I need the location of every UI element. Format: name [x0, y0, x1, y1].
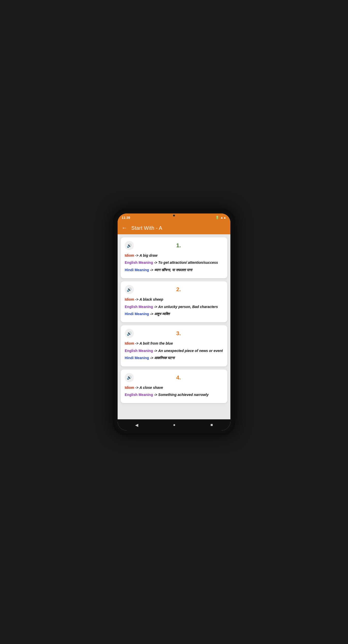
- nav-back-button[interactable]: ◀: [135, 423, 138, 427]
- status-icons: 🔋 ▲▲: [215, 216, 226, 219]
- back-button[interactable]: ←: [122, 225, 127, 231]
- idiom-value-3: A bolt from the blue: [139, 341, 173, 345]
- card-number-1: 1.: [134, 242, 223, 249]
- idiom-arrow-2: ->: [135, 297, 139, 301]
- idiom-arrow-1: ->: [135, 253, 139, 257]
- english-line-1: English Meaning -> To get attraction/ at…: [125, 260, 223, 265]
- signal-icon: ▲▲: [220, 216, 226, 219]
- english-arrow-4: ->: [154, 393, 158, 397]
- phone-frame: 11:39 🔋 ▲▲ ← Start With - A 🔊 1. Idiom -…: [113, 209, 235, 435]
- idiom-label-1: Idiom: [125, 253, 134, 257]
- sound-button-3[interactable]: 🔊: [125, 329, 134, 338]
- hindi-label-1: Hindi Meaning: [125, 268, 149, 272]
- card-number-2: 2.: [134, 286, 223, 293]
- idiom-card-4: 🔊 4. Idiom -> A close shave English Mean…: [121, 370, 227, 403]
- card-header-3: 🔊 3.: [125, 329, 223, 338]
- nav-bar: ◀ ● ■: [118, 419, 230, 431]
- card-number-3: 3.: [134, 330, 223, 337]
- hindi-line-3: Hindi Meaning -> आकस्मिक घटना: [125, 355, 223, 361]
- idiom-arrow-4: ->: [135, 386, 139, 390]
- nav-recent-button[interactable]: ■: [211, 423, 213, 427]
- english-line-3: English Meaning -> An unexpected piece o…: [125, 348, 223, 354]
- hindi-arrow-2: ->: [150, 312, 154, 316]
- idiom-value-2: A black sheep: [139, 297, 163, 301]
- english-value-1: To get attraction/ attention/success: [158, 260, 218, 265]
- idiom-label-3: Idiom: [125, 341, 134, 345]
- idiom-line-1: Idiom -> A big draw: [125, 253, 223, 258]
- english-arrow-1: ->: [154, 260, 158, 265]
- hindi-value-2: अशुभ व्यक्ति: [154, 312, 170, 316]
- english-label-3: English Meaning: [125, 349, 153, 353]
- idiom-label-2: Idiom: [125, 297, 134, 301]
- card-header-1: 🔊 1.: [125, 241, 223, 250]
- card-header-4: 🔊 4.: [125, 373, 223, 382]
- idiom-line-2: Idiom -> A black sheep: [125, 297, 223, 302]
- battery-icon: 🔋: [215, 216, 219, 219]
- phone-screen: 11:39 🔋 ▲▲ ← Start With - A 🔊 1. Idiom -…: [118, 213, 230, 431]
- english-value-4: Something achieved narrowly: [158, 393, 209, 397]
- hindi-line-2: Hindi Meaning -> अशुभ व्यक्ति: [125, 311, 223, 317]
- idiom-card-3: 🔊 3. Idiom -> A bolt from the blue Engli…: [121, 325, 227, 366]
- top-bar: ← Start With - A: [118, 222, 230, 234]
- status-time: 11:39: [122, 216, 130, 220]
- hindi-arrow-3: ->: [150, 356, 154, 360]
- content-area: 🔊 1. Idiom -> A big draw English Meaning…: [118, 234, 230, 419]
- idiom-label-4: Idiom: [125, 386, 134, 390]
- hindi-label-3: Hindi Meaning: [125, 356, 149, 360]
- card-header-2: 🔊 2.: [125, 285, 223, 294]
- camera-dot: [173, 214, 175, 217]
- card-number-4: 4.: [134, 374, 223, 381]
- idiom-value-1: A big draw: [139, 253, 157, 257]
- english-label-1: English Meaning: [125, 260, 153, 265]
- english-line-2: English Meaning -> An unlucky person, Ba…: [125, 304, 223, 310]
- english-label-4: English Meaning: [125, 393, 153, 397]
- nav-home-button[interactable]: ●: [173, 423, 176, 427]
- hindi-value-1: ध्यान खींचना, या सफलता पाना: [154, 268, 192, 272]
- hindi-value-3: आकस्मिक घटना: [154, 356, 175, 360]
- sound-button-1[interactable]: 🔊: [125, 241, 134, 250]
- english-value-3: An unexpected piece of news or event: [158, 349, 223, 353]
- idiom-line-3: Idiom -> A bolt from the blue: [125, 341, 223, 346]
- idiom-card-2: 🔊 2. Idiom -> A black sheep English Mean…: [121, 281, 227, 322]
- page-title: Start With - A: [131, 225, 162, 231]
- idiom-card-1: 🔊 1. Idiom -> A big draw English Meaning…: [121, 237, 227, 278]
- english-arrow-2: ->: [154, 305, 158, 309]
- idiom-value-4: A close shave: [139, 386, 163, 390]
- sound-button-2[interactable]: 🔊: [125, 285, 134, 294]
- hindi-label-2: Hindi Meaning: [125, 312, 149, 316]
- sound-button-4[interactable]: 🔊: [125, 373, 134, 382]
- english-label-2: English Meaning: [125, 305, 153, 309]
- english-line-4: English Meaning -> Something achieved na…: [125, 392, 223, 397]
- idiom-line-4: Idiom -> A close shave: [125, 385, 223, 390]
- idiom-arrow-3: ->: [135, 341, 139, 345]
- english-arrow-3: ->: [154, 349, 158, 353]
- hindi-arrow-1: ->: [150, 268, 154, 272]
- english-value-2: An unlucky person, Bad characters: [158, 305, 218, 309]
- hindi-line-1: Hindi Meaning -> ध्यान खींचना, या सफलता …: [125, 267, 223, 273]
